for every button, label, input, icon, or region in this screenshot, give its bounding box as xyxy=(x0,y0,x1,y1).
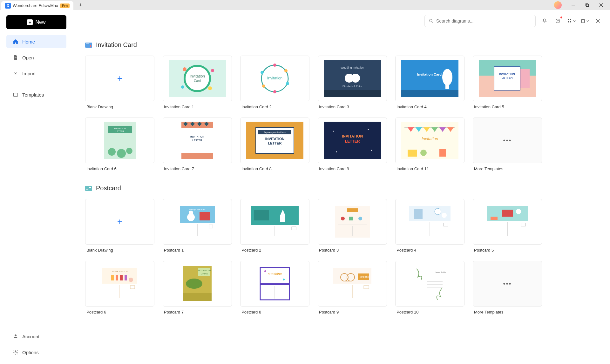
template-card[interactable]: Invitation Invitation Card 2 xyxy=(240,56,309,109)
sidebar: + New Home Open Import Templates xyxy=(0,10,73,364)
template-card-more[interactable]: ••• More Templates xyxy=(473,261,542,314)
add-tab-button[interactable]: + xyxy=(76,1,85,10)
card-label: Postcard 4 xyxy=(395,248,464,253)
search-input[interactable] xyxy=(436,18,532,24)
card-label: Invitation Card 9 xyxy=(318,166,387,171)
content-scroll[interactable]: Invitation Card + Blank Drawing Invitati… xyxy=(73,32,610,364)
settings-icon[interactable] xyxy=(593,17,602,25)
grid-postcard: + Blank Drawing Merry Christmas Postcard… xyxy=(85,199,598,314)
svg-rect-123 xyxy=(414,209,423,219)
template-card[interactable]: Travel ans Postcard 9 xyxy=(318,261,387,314)
template-card[interactable]: Postcard 5 xyxy=(473,199,542,253)
svg-rect-20 xyxy=(85,43,92,48)
svg-text:INVITATION: INVITATION xyxy=(342,134,363,138)
svg-text:Invitation: Invitation xyxy=(422,136,438,141)
svg-point-11 xyxy=(430,19,432,22)
template-card[interactable]: InvitationCard Invitation Card 1 xyxy=(163,56,232,109)
svg-point-142 xyxy=(129,278,133,282)
section-title: Invitation Card xyxy=(96,41,137,49)
file-icon xyxy=(13,55,18,60)
card-label: Postcard 8 xyxy=(240,310,309,314)
svg-point-33 xyxy=(273,64,276,67)
template-card[interactable]: Wedding InvitationElizabeth & Peter Invi… xyxy=(318,56,387,109)
section-title: Postcard xyxy=(96,185,121,192)
card-label: More Templates xyxy=(473,166,542,171)
svg-point-61 xyxy=(108,148,116,156)
svg-rect-5 xyxy=(15,57,17,57)
grid-invitation: + Blank Drawing InvitationCard Invitatio… xyxy=(85,56,598,171)
svg-rect-18 xyxy=(570,21,571,23)
new-button[interactable]: + New xyxy=(6,15,66,29)
app-tab[interactable]: D Wondershare EdrawMax Pro xyxy=(1,1,73,10)
sidebar-item-open[interactable]: Open xyxy=(6,51,66,64)
card-label: Postcard 3 xyxy=(318,248,387,253)
svg-point-82 xyxy=(333,131,334,132)
plus-icon: + xyxy=(27,19,33,25)
template-card[interactable]: INVITATIONLETTER Invitation Card 9 xyxy=(318,118,387,171)
svg-rect-96 xyxy=(439,149,446,157)
template-card[interactable]: Replace your text hereINVITATIONLETTER I… xyxy=(240,118,309,171)
template-card[interactable]: Invitation Card Invitation Card 4 xyxy=(395,56,464,109)
svg-point-49 xyxy=(442,69,452,85)
template-card[interactable]: THANK FOR YOU Postcard 6 xyxy=(85,261,154,314)
template-card-more[interactable]: ••• More Templates xyxy=(473,118,542,171)
svg-point-85 xyxy=(336,152,337,152)
search-icon xyxy=(429,18,434,24)
search-box[interactable] xyxy=(424,15,536,27)
svg-rect-21 xyxy=(86,44,89,44)
template-card[interactable]: Postcard 4 xyxy=(395,199,464,253)
sidebar-item-account[interactable]: Account xyxy=(6,330,66,343)
user-avatar[interactable] xyxy=(554,1,562,9)
svg-point-24 xyxy=(185,66,210,91)
template-card[interactable]: Postcard 2 xyxy=(240,199,309,253)
svg-point-29 xyxy=(211,69,214,72)
template-card[interactable]: INVITATIONLETTER Invitation Card 7 xyxy=(163,118,232,171)
svg-text:Replace your text here: Replace your text here xyxy=(264,131,286,134)
template-card[interactable]: WELCOME TOCHINA Postcard 7 xyxy=(163,261,232,314)
minimize-button[interactable] xyxy=(567,1,580,10)
sidebar-item-templates[interactable]: Templates xyxy=(6,88,66,101)
svg-rect-132 xyxy=(491,217,498,220)
close-button[interactable] xyxy=(595,1,607,10)
template-card-blank[interactable]: + Blank Drawing xyxy=(85,56,154,109)
svg-point-19 xyxy=(597,20,599,22)
card-label: Postcard 6 xyxy=(85,310,154,314)
sidebar-item-options[interactable]: Options xyxy=(6,346,66,359)
shirt-icon[interactable] xyxy=(580,17,589,25)
notification-dot xyxy=(560,17,562,18)
plus-icon: + xyxy=(117,73,122,84)
card-label: Invitation Card 5 xyxy=(473,104,542,109)
bell-icon[interactable] xyxy=(540,17,549,25)
apps-icon[interactable] xyxy=(567,17,576,25)
template-card[interactable]: INVITATIONLETTER Invitation Card 6 xyxy=(85,118,154,171)
template-card[interactable]: Merry Christmas Postcard 1 xyxy=(163,199,232,253)
svg-text:Travel ans: Travel ans xyxy=(358,276,369,278)
svg-point-9 xyxy=(15,334,17,336)
svg-text:INVITATION: INVITATION xyxy=(499,72,515,76)
sidebar-item-import[interactable]: Import xyxy=(6,67,66,80)
svg-point-34 xyxy=(284,69,288,72)
template-card[interactable]: sunshine Postcard 8 xyxy=(240,261,309,314)
svg-point-154 xyxy=(264,270,266,272)
gear-icon xyxy=(13,349,18,355)
card-label: Postcard 7 xyxy=(163,310,232,314)
svg-rect-118 xyxy=(349,217,353,220)
card-label: Postcard 10 xyxy=(395,310,464,314)
svg-point-44 xyxy=(351,74,360,83)
template-card[interactable]: Postcard 3 xyxy=(318,199,387,253)
app-logo-icon: D xyxy=(5,3,11,9)
svg-text:Card: Card xyxy=(194,79,201,83)
sidebar-item-home[interactable]: Home xyxy=(6,35,66,48)
svg-rect-111 xyxy=(280,215,285,222)
maximize-button[interactable] xyxy=(581,1,593,10)
svg-text:WELCOME TO: WELCOME TO xyxy=(198,270,211,272)
help-icon[interactable]: ? xyxy=(553,17,562,25)
template-card-blank[interactable]: + Blank Drawing xyxy=(85,199,154,253)
template-card[interactable]: INVITATIONLETTER Invitation Card 5 xyxy=(473,56,542,109)
toolbar: ? xyxy=(73,10,610,32)
svg-rect-147 xyxy=(198,268,210,276)
template-card[interactable]: Invitation Invitation Card 11 xyxy=(395,118,464,171)
svg-rect-41 xyxy=(324,90,381,97)
template-card[interactable]: love & thanks Postcard 10 xyxy=(395,261,464,314)
svg-text:Invitation: Invitation xyxy=(267,76,282,80)
